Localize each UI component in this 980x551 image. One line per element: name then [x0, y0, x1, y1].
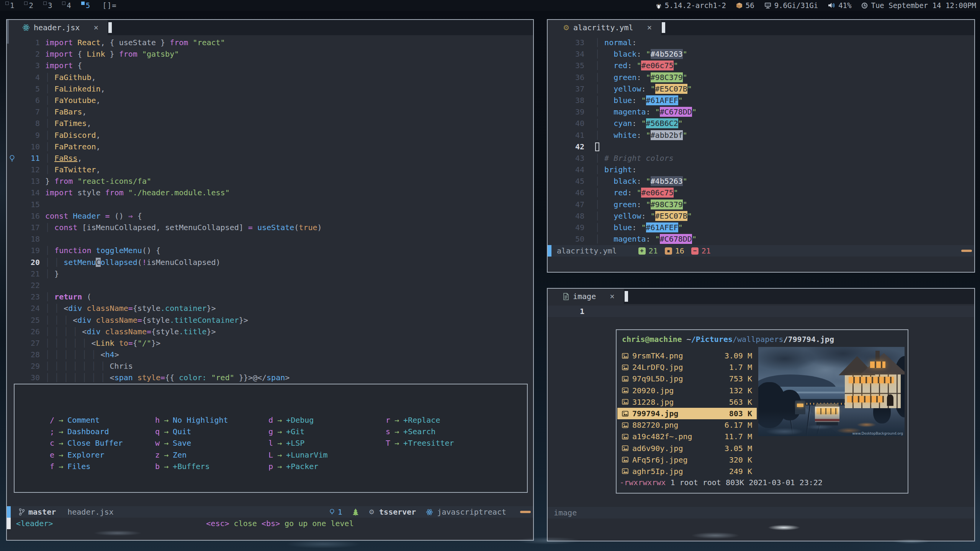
which-key-binding[interactable]: r→+Replace	[386, 414, 454, 426]
workspace-button[interactable]: 2	[24, 1, 34, 10]
clock-icon	[861, 2, 868, 9]
key-label: l	[268, 438, 273, 448]
tab-header-jsx[interactable]: header.jsx ×	[7, 20, 108, 35]
workspace-button[interactable]: 5	[81, 1, 91, 10]
lightbulb-icon[interactable]	[9, 155, 15, 162]
which-key-binding[interactable]: l→+LSP	[268, 437, 327, 449]
close-icon[interactable]: ×	[647, 23, 652, 32]
file-row[interactable]: AFq5r6j.jpeg 320 K	[617, 454, 757, 466]
code-line: 33 │ normal:	[548, 37, 974, 48]
which-key-binding[interactable]: p→+Packer	[268, 461, 327, 472]
code-text: │ blue: "#61AFEF"	[595, 95, 974, 106]
arrow-icon: →	[273, 462, 286, 471]
which-key-binding[interactable]: ;→Dashboard	[50, 426, 123, 437]
code-line: 23 │ return (	[7, 291, 533, 302]
code-line: 30 │ │ │ │ │ │ │ <span style={{ color: "…	[7, 372, 533, 383]
code-line: 36 │ green: "#98C379"	[548, 72, 974, 83]
file-row[interactable]: 799794.jpg 803 K	[617, 408, 757, 419]
which-key-binding[interactable]: d→+Debug	[268, 414, 327, 426]
which-key-binding[interactable]: e→Explorer	[50, 449, 123, 461]
image-file-icon	[622, 387, 628, 393]
line-number: 34	[548, 48, 584, 60]
image-file-icon	[622, 422, 628, 428]
preview-watermark: www.DesktopBackground.org	[852, 432, 903, 435]
which-key-binding[interactable]: s→+Search	[386, 426, 454, 437]
file-size: 563 K	[729, 397, 752, 407]
file-row[interactable]: 9rsmTK4.png 3.09 M	[617, 350, 757, 361]
workspace-button[interactable]: 4	[62, 1, 72, 10]
code-buffer[interactable]: 33 │ normal: 34 │ black: "#4b5263" 35 │ …	[548, 35, 974, 245]
code-text: │ green: "#98C379"	[595, 72, 974, 83]
statusline-filename: header.jsx	[67, 507, 113, 517]
key-label: d	[268, 415, 273, 425]
which-key-binding[interactable]: g→+Git	[268, 426, 327, 437]
code-line: 28 │ │ │ │ │ │ <h4>	[7, 349, 533, 360]
code-line: 8 │ FaTimes,	[7, 118, 533, 129]
key-label: g	[268, 427, 273, 436]
empty-buffer[interactable]: 1	[548, 304, 974, 317]
image-file-icon	[622, 376, 628, 382]
which-key-binding[interactable]: q→Quit	[155, 426, 228, 437]
datetime: Tue September 14 12:00PM	[871, 1, 976, 10]
file-name: 882720.png	[632, 420, 678, 430]
file-row[interactable]: 97q9L5D.jpg 753 K	[617, 373, 757, 384]
which-key-binding[interactable]: h→No Highlight	[155, 414, 228, 426]
key-label: T	[386, 438, 390, 448]
line-number: 1	[548, 306, 584, 317]
scrollbar-nub	[7, 20, 9, 44]
file-row[interactable]: 882720.png 6.17 M	[617, 419, 757, 431]
which-key-binding[interactable]: c→Close Buffer	[50, 437, 123, 449]
which-key-binding[interactable]: f→Files	[50, 461, 123, 472]
key-label: z	[155, 450, 160, 459]
system-tray: 5.14.2-arch1-2 56 9.6Gi/31Gi 41% Tue Sep…	[656, 1, 976, 10]
key-label: L	[268, 450, 273, 459]
code-buffer[interactable]: 1 import React, { useState } from "react…	[7, 35, 533, 384]
react-icon	[22, 24, 30, 31]
layout-indicator[interactable]: []=	[102, 1, 116, 10]
which-key-binding[interactable]: /→Comment	[50, 414, 123, 426]
file-row[interactable]: ad6v90y.jpg 3.05 M	[617, 443, 757, 454]
code-text: │ red: "#e06c75"	[595, 60, 974, 71]
code-line: 16 const Header = () ⇒ {	[7, 210, 533, 222]
command-line[interactable]: <leader> <esc> close <bs> go up one leve…	[7, 518, 533, 529]
which-key-binding[interactable]: L→+LunarVim	[268, 449, 327, 461]
diagnostic-hint-icon[interactable]	[329, 508, 335, 516]
file-row[interactable]: 24LrDFQ.jpg 1.7 M	[617, 361, 757, 373]
file-row[interactable]: 31228.jpg 563 K	[617, 396, 757, 408]
close-icon[interactable]: ×	[93, 23, 98, 32]
terminal-cursor	[662, 22, 665, 33]
tab-image[interactable]: image ×	[548, 289, 624, 304]
image-file-icon	[622, 411, 628, 417]
binding-label: Explorer	[67, 450, 104, 459]
penguin-icon	[656, 2, 662, 9]
file-name: 24LrDFQ.jpg	[632, 363, 683, 372]
code-line: 1 import React, { useState } from "react…	[7, 37, 533, 48]
file-row[interactable]: a19c482f~.png 11.7 M	[617, 431, 757, 442]
binding-label: Quit	[173, 427, 191, 436]
code-line: 50 │ magenta: "#C678DD"	[548, 233, 974, 245]
key-label: r	[386, 415, 390, 425]
code-line: 37 │ yellow: "#E5C07B"	[548, 83, 974, 95]
desktop: 1 2 3 4 5 []= 5.14.2-arch1-2 56 9.6Gi/	[0, 0, 980, 551]
git-removed-icon: −	[691, 247, 699, 255]
workspace-button[interactable]: 3	[43, 1, 53, 10]
statusline-mode-indicator	[7, 506, 11, 518]
git-branch-name[interactable]: master	[28, 507, 56, 517]
display-icon	[764, 2, 771, 8]
line-number: 47	[548, 199, 584, 210]
key-label: q	[155, 427, 160, 436]
which-key-binding[interactable]: w→Save	[155, 437, 228, 449]
which-key-binding[interactable]: z→Zen	[155, 449, 228, 461]
key-label: s	[386, 427, 390, 436]
close-icon[interactable]: ×	[610, 292, 615, 301]
tab-title: header.jsx	[34, 23, 80, 32]
file-row[interactable]: aghr5Ip.jpg 249 K	[617, 466, 757, 477]
which-key-binding[interactable]: T→+Treesitter	[386, 437, 454, 449]
workspace-button[interactable]: 1	[5, 1, 15, 10]
tab-alacritty-yml[interactable]: ⚙ alacritty.yml ×	[548, 20, 661, 35]
code-line: 27 │ │ │ │ │ <Link to={"/"}>	[7, 337, 533, 349]
which-key-binding[interactable]: b→+Buffers	[155, 461, 228, 472]
file-row[interactable]: 20920.jpg 132 K	[617, 385, 757, 396]
code-line: 7 │ FaBars,	[7, 106, 533, 118]
code-line: 48 │ yellow: "#E5C07B"	[548, 210, 974, 222]
